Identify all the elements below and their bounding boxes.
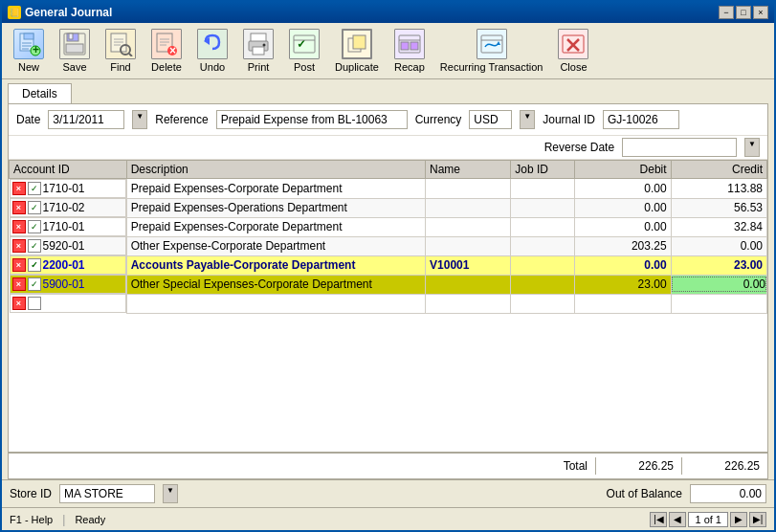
row-delete-button[interactable]: × (12, 182, 26, 195)
svg-text:×: × (169, 44, 176, 56)
row-check-button[interactable]: ✓ (28, 220, 41, 233)
find-button[interactable]: Find (100, 27, 142, 75)
cell-name (426, 179, 511, 199)
row-check-button[interactable]: ✓ (28, 201, 41, 214)
recurring-button[interactable]: Recurring Transaction (434, 27, 549, 75)
currency-dropdown[interactable]: ▼ (520, 110, 535, 129)
row-check-button[interactable] (28, 297, 41, 310)
cell-account-id: ×✓2200-01 (10, 255, 126, 275)
svg-rect-10 (66, 44, 83, 53)
table-row: ×✓2200-01Accounts Payable-Corporate Depa… (10, 255, 767, 275)
date-input[interactable] (48, 110, 124, 129)
nav-last-button[interactable]: ▶| (749, 512, 766, 527)
help-text: F1 - Help (10, 514, 53, 525)
cell-credit (671, 294, 766, 313)
currency-label: Currency (415, 113, 462, 126)
cell-description: Prepaid Expenses-Corporate Department (126, 217, 425, 236)
post-button[interactable]: ✓ Post (283, 27, 325, 75)
save-button[interactable]: Save (54, 27, 96, 75)
store-label: Store ID (10, 487, 52, 500)
duplicate-button[interactable]: Duplicate (329, 27, 385, 75)
new-icon: + (13, 29, 44, 59)
currency-input[interactable] (469, 110, 512, 129)
account-id-value: 1710-01 (43, 220, 85, 233)
row-check-button[interactable]: ✓ (28, 239, 41, 253)
cell-debit: 0.00 (575, 179, 671, 199)
duplicate-icon (342, 29, 372, 59)
print-button[interactable]: Print (237, 27, 279, 75)
account-id-value: 5920-01 (43, 239, 85, 253)
row-delete-button[interactable]: × (12, 258, 26, 272)
new-button[interactable]: + New (8, 27, 50, 75)
date-label: Date (16, 113, 40, 126)
account-id-value: 2200-01 (43, 258, 85, 272)
recap-button[interactable]: Recap (388, 27, 431, 75)
row-check-button[interactable]: ✓ (28, 258, 41, 272)
svg-line-16 (129, 54, 132, 56)
svg-point-27 (263, 44, 266, 47)
account-id-value: 5900-01 (43, 277, 85, 291)
oob-input (690, 484, 766, 503)
reference-input[interactable] (216, 110, 408, 129)
cell-credit: 56.53 (671, 198, 766, 217)
cell-name (426, 217, 511, 236)
reverse-date-input[interactable] (622, 138, 737, 157)
table-row: ×✓1710-01Prepaid Expenses-Corporate Depa… (10, 179, 767, 199)
col-name: Name (426, 161, 511, 179)
cell-account-id: ×✓5920-01 (10, 236, 126, 255)
row-delete-button[interactable]: × (12, 201, 26, 214)
store-row: Store ID ▼ Out of Balance (2, 479, 774, 507)
cell-credit: 32.84 (671, 217, 766, 236)
row-delete-button[interactable]: × (12, 297, 26, 310)
row-check-button[interactable]: ✓ (28, 182, 41, 195)
undo-button[interactable]: Undo (191, 27, 233, 75)
nav-prev-button[interactable]: ◀ (669, 512, 686, 527)
nav-next-button[interactable]: ▶ (730, 512, 747, 527)
table-row: ×✓1710-02Prepaid Expenses-Operations Dep… (10, 198, 767, 217)
store-dropdown[interactable]: ▼ (163, 484, 178, 503)
delete-label: Delete (151, 61, 182, 73)
cell-job-id (511, 179, 575, 199)
title-bar: 📒 General Journal − □ × (2, 2, 774, 23)
minimize-button[interactable]: − (719, 6, 734, 19)
window-icon: 📒 (8, 6, 21, 19)
close-window-button[interactable]: × (753, 6, 768, 19)
row-delete-button[interactable]: × (12, 220, 26, 233)
credit-input[interactable] (672, 277, 766, 292)
total-credit: 226.25 (681, 457, 767, 475)
cell-name: V10001 (426, 255, 511, 275)
row-check-button[interactable]: ✓ (28, 277, 41, 291)
close-button[interactable]: Close (552, 27, 594, 75)
recap-label: Recap (394, 61, 425, 73)
date-dropdown[interactable]: ▼ (132, 110, 147, 129)
row-delete-button[interactable]: × (12, 239, 26, 253)
cell-debit: 0.00 (575, 198, 671, 217)
page-info: 1 of 1 (688, 512, 728, 527)
svg-rect-35 (401, 42, 409, 50)
cell-account-id: × (10, 294, 126, 313)
delete-button[interactable]: × Delete (145, 27, 188, 75)
cell-description: Accounts Payable-Corporate Department (126, 255, 425, 275)
window-title: General Journal (25, 6, 112, 19)
store-input[interactable] (59, 484, 155, 503)
cell-name (426, 275, 511, 294)
recap-icon (394, 29, 425, 59)
reverse-date-dropdown[interactable]: ▼ (744, 138, 760, 157)
account-id-value: 1710-01 (43, 182, 85, 195)
cell-job-id (511, 217, 575, 236)
main-window: 📒 General Journal − □ × + New (0, 0, 776, 532)
svg-rect-9 (69, 33, 73, 39)
tab-details[interactable]: Details (8, 83, 72, 104)
nav-first-button[interactable]: |◀ (650, 512, 667, 527)
row-delete-button[interactable]: × (12, 277, 26, 291)
journal-id-input[interactable] (603, 110, 679, 129)
maximize-button[interactable]: □ (736, 6, 751, 19)
cell-account-id: ×✓5900-01 (10, 275, 126, 294)
tabs-bar: Details (2, 79, 774, 103)
col-description: Description (126, 161, 425, 179)
col-debit: Debit (575, 161, 671, 179)
close-label: Close (560, 61, 587, 73)
content-area: Date ▼ Reference Currency ▼ Journal ID R… (8, 103, 768, 479)
cell-credit[interactable] (671, 275, 766, 294)
journal-grid: Account ID Description Name Job ID Debit… (9, 160, 767, 452)
